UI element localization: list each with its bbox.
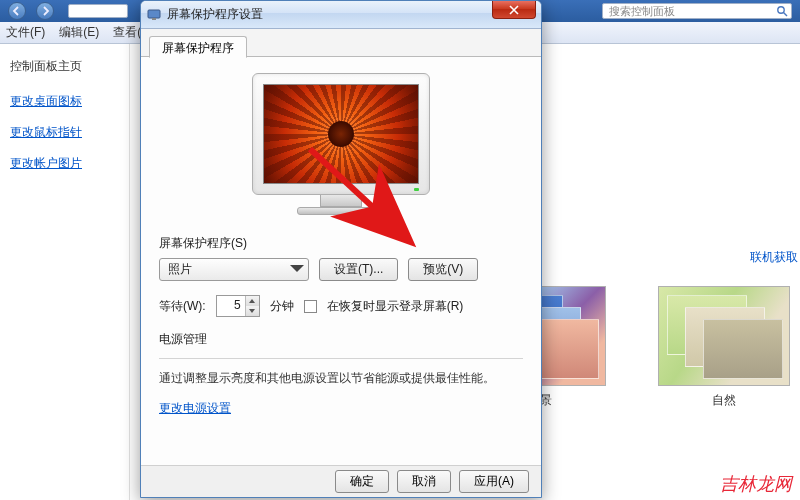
- power-description: 通过调整显示亮度和其他电源设置以节省能源或提供最佳性能。: [159, 369, 523, 388]
- watermark: 吉林龙网: [720, 472, 792, 496]
- svg-rect-3: [152, 18, 156, 20]
- change-power-settings-link[interactable]: 更改电源设置: [159, 400, 523, 417]
- titlebar[interactable]: 屏幕保护程序设置: [141, 1, 541, 29]
- search-icon: [776, 5, 788, 17]
- power-led-icon: [414, 188, 419, 191]
- resume-login-checkbox[interactable]: [304, 300, 317, 313]
- wait-value[interactable]: 5: [217, 296, 245, 316]
- sidebar-title: 控制面板主页: [10, 58, 119, 75]
- theme-label: 自然: [658, 392, 790, 409]
- dialog-body: 屏幕保护程序(S) 照片 设置(T)... 预览(V) 等待(W): 5 分钟: [141, 57, 541, 465]
- close-icon: [509, 5, 519, 15]
- search-input[interactable]: 搜索控制面板: [602, 3, 792, 19]
- screensaver-section-label: 屏幕保护程序(S): [159, 235, 523, 252]
- theme-thumb: [658, 286, 790, 386]
- wait-unit: 分钟: [270, 298, 294, 315]
- dropdown-value: 照片: [168, 261, 192, 278]
- monitor-icon: [147, 8, 161, 22]
- chevron-down-icon: [290, 263, 304, 277]
- settings-button[interactable]: 设置(T)...: [319, 258, 398, 281]
- ok-button[interactable]: 确定: [335, 470, 389, 493]
- forward-button[interactable]: [36, 2, 54, 20]
- theme-item-nature[interactable]: 自然: [658, 286, 790, 409]
- svg-rect-2: [148, 10, 160, 18]
- wait-label: 等待(W):: [159, 298, 206, 315]
- dialog-footer: 确定 取消 应用(A): [141, 465, 541, 497]
- tab-strip: 屏幕保护程序: [141, 29, 541, 57]
- sidebar-link-desktop-icons[interactable]: 更改桌面图标: [10, 93, 119, 110]
- sidebar: 控制面板主页 更改桌面图标 更改鼠标指针 更改帐户图片: [0, 44, 130, 500]
- spinner-up-button[interactable]: [246, 296, 259, 306]
- screensaver-dropdown[interactable]: 照片: [159, 258, 309, 281]
- cancel-button[interactable]: 取消: [397, 470, 451, 493]
- spinner-down-button[interactable]: [246, 306, 259, 316]
- menu-edit[interactable]: 编辑(E): [59, 24, 99, 41]
- sidebar-link-mouse-pointer[interactable]: 更改鼠标指针: [10, 124, 119, 141]
- back-button[interactable]: [8, 2, 26, 20]
- breadcrumb[interactable]: [68, 4, 128, 18]
- search-placeholder: 搜索控制面板: [609, 4, 675, 19]
- svg-point-0: [778, 7, 784, 13]
- tab-screensaver[interactable]: 屏幕保护程序: [149, 36, 247, 58]
- preview-area: [159, 73, 523, 215]
- screensaver-settings-dialog: 屏幕保护程序设置 屏幕保护程序 屏幕保护程序(S) 照片: [140, 0, 542, 498]
- sidebar-link-account-picture[interactable]: 更改帐户图片: [10, 155, 119, 172]
- preview-button[interactable]: 预览(V): [408, 258, 478, 281]
- power-group-title: 电源管理: [159, 331, 523, 348]
- apply-button[interactable]: 应用(A): [459, 470, 529, 493]
- monitor-preview: [252, 73, 430, 215]
- online-link[interactable]: 联机获取: [750, 249, 798, 266]
- menu-file[interactable]: 文件(F): [6, 24, 45, 41]
- screensaver-preview-image: [263, 84, 419, 184]
- checkbox-label: 在恢复时显示登录屏幕(R): [327, 298, 464, 315]
- dialog-title: 屏幕保护程序设置: [167, 6, 263, 23]
- wait-spinner[interactable]: 5: [216, 295, 260, 317]
- svg-line-1: [784, 13, 788, 17]
- divider: [159, 358, 523, 359]
- close-button[interactable]: [492, 1, 536, 19]
